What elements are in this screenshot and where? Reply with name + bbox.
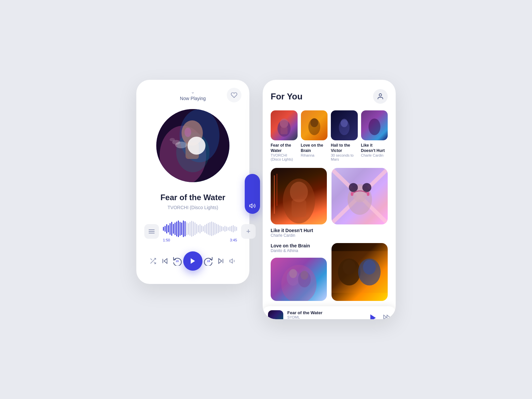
svg-point-9 [185, 128, 191, 137]
big-card-title-1: Like it Doesn't Hurt [271, 228, 327, 233]
small-card-title-3: Hail to the Victor [331, 143, 358, 153]
svg-rect-41 [367, 192, 369, 196]
svg-rect-33 [276, 174, 277, 206]
big-card-artist-1: Charle Cardin [271, 233, 327, 238]
next-button[interactable] [215, 255, 227, 267]
medium-card-info: Love on the Brain Danito & Athina [271, 243, 327, 253]
waveform-container: 1:50 3:45 + [144, 221, 241, 242]
skip-forward-button[interactable]: 15 [202, 255, 214, 267]
song-artist: TVORCHI (Disco Lights) [144, 205, 241, 210]
menu-line [149, 233, 155, 233]
small-card-artist-3: 30 seconds to Mars [331, 153, 358, 161]
controls: 15 15 [144, 251, 241, 271]
volume-pill[interactable] [245, 174, 260, 214]
svg-marker-53 [387, 315, 390, 319]
mini-album-img [268, 310, 283, 319]
small-card-title-1: Fear of the Water [271, 143, 298, 153]
menu-line [149, 231, 155, 232]
waveform[interactable]: 1:50 3:45 [163, 221, 237, 242]
mini-forward-button[interactable] [383, 314, 390, 319]
mini-player-title: Fear of the Water [287, 310, 363, 315]
svg-marker-15 [191, 258, 195, 264]
volume-icon [229, 257, 236, 265]
mini-play-button[interactable] [367, 312, 379, 319]
mini-player-info: Fear of the Water SYDML 01:50 03:45 [287, 310, 363, 319]
small-card-art-svg-3 [331, 110, 358, 140]
menu-button[interactable] [144, 224, 159, 239]
next-icon [217, 257, 224, 265]
svg-point-8 [170, 138, 175, 141]
svg-rect-32 [274, 175, 275, 214]
medium-card-title: Love on the Brain [271, 243, 327, 248]
mini-play-icon [368, 313, 378, 319]
medium-card-art-right [332, 243, 388, 301]
small-card-1[interactable]: Fear of the Water TVORCHI (Disco Lights) [271, 110, 298, 161]
medium-card-left: Love on the Brain Danito & Athina [271, 243, 327, 301]
play-button[interactable] [183, 251, 202, 271]
menu-line [149, 229, 155, 230]
album-art [156, 109, 229, 182]
song-title: Fear of the Water [144, 193, 241, 202]
skip-back-button[interactable]: 15 [171, 255, 183, 267]
svg-point-22 [280, 118, 288, 128]
heart-button[interactable] [227, 88, 241, 102]
small-card-3[interactable]: Hail to the Victor 30 seconds to Mars [331, 110, 358, 161]
waveform-times: 1:50 3:45 [163, 238, 237, 242]
small-card-artist-2: Rihanna [301, 153, 328, 157]
now-playing-panel: ⌄ Now Playing [136, 80, 249, 284]
medium-card-img-left[interactable] [271, 258, 327, 301]
svg-line-11 [154, 262, 156, 264]
svg-marker-54 [384, 315, 386, 319]
big-card-art-1 [271, 168, 327, 224]
svg-point-30 [290, 182, 308, 202]
svg-line-12 [151, 259, 152, 260]
svg-point-38 [349, 183, 358, 192]
small-card-artist-4: Charle Cardin [361, 153, 388, 157]
previous-button[interactable] [159, 255, 171, 267]
small-card-artist-1: TVORCHI (Disco Lights) [271, 153, 298, 161]
medium-card-img-right [332, 243, 388, 301]
small-card-4[interactable]: Like it Doesn't Hurt Charle Cardin [361, 110, 388, 161]
small-card-title-2: Love on the Brain [301, 143, 328, 153]
medium-card-artist: Danito & Athina [271, 248, 327, 253]
small-card-art-2 [301, 110, 328, 140]
svg-point-39 [362, 183, 371, 192]
add-button[interactable]: + [241, 224, 256, 239]
profile-icon [377, 93, 384, 100]
svg-point-46 [301, 271, 308, 280]
big-card-img-1 [271, 168, 327, 224]
svg-rect-51 [332, 251, 388, 293]
svg-rect-31 [292, 200, 306, 217]
waveform-bars [163, 221, 237, 237]
album-art-container [144, 109, 241, 182]
big-card-img-2 [332, 168, 388, 224]
medium-card-right[interactable] [332, 243, 388, 301]
small-card-img-2 [301, 110, 328, 140]
svg-marker-19 [250, 204, 252, 208]
svg-rect-23 [281, 127, 288, 134]
mini-forward-icon [383, 314, 390, 319]
small-card-2[interactable]: Love on the Brain Rihanna [301, 110, 328, 161]
medium-card-art-svg-right [332, 243, 388, 301]
current-time: 1:50 [163, 238, 170, 242]
mini-album-art [268, 310, 283, 319]
previous-icon [161, 257, 169, 265]
profile-button[interactable] [373, 89, 388, 104]
for-you-title: For You [271, 91, 303, 102]
medium-card-art-left [271, 258, 327, 301]
chevron-down-icon: ⌄ [191, 89, 195, 94]
big-card-1[interactable]: Like it Doesn't Hurt Charle Cardin [271, 168, 327, 238]
volume-button[interactable] [227, 255, 239, 267]
big-card-2[interactable] [332, 168, 388, 238]
play-icon [189, 257, 197, 265]
small-card-art-3 [331, 110, 358, 140]
shuffle-button[interactable] [147, 255, 159, 267]
small-card-art-svg-4 [361, 110, 388, 140]
small-card-art-1 [271, 110, 298, 140]
shuffle-icon [149, 257, 157, 265]
small-cards-row: Fear of the Water TVORCHI (Disco Lights)… [271, 110, 388, 161]
mini-player: Fear of the Water SYDML 01:50 03:45 [263, 306, 396, 319]
small-card-title-4: Like it Doesn't Hurt [361, 143, 388, 153]
svg-marker-16 [218, 259, 221, 264]
volume-pill-icon [249, 202, 256, 209]
